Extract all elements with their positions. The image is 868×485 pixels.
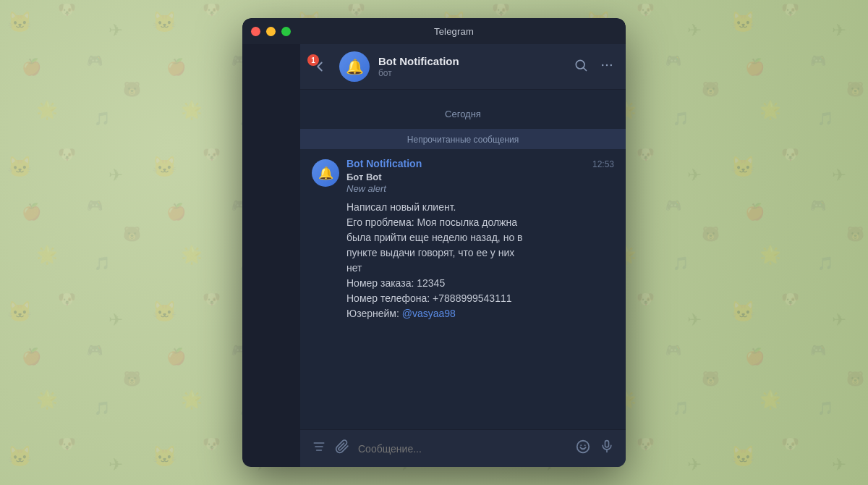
- message-via: Бот Bot: [346, 172, 614, 182]
- maximize-button[interactable]: [281, 27, 291, 36]
- messages-area[interactable]: Сегодня Непрочитанные сообщения 🔔 Bot No…: [300, 90, 626, 429]
- chat-area: 1 🔔 Bot Notification бот: [300, 44, 626, 467]
- unread-separator: Непрочитанные сообщения: [300, 129, 626, 149]
- message-item: 🔔 Bot Notification 12:53 Бот Bot New ale…: [300, 152, 626, 327]
- date-separator: Сегодня: [300, 107, 626, 120]
- svg-point-2: [606, 64, 608, 66]
- body-line3: была прийти еще неделю назад, но в: [346, 232, 523, 243]
- more-icon[interactable]: [600, 58, 614, 76]
- svg-rect-10: [605, 441, 609, 447]
- body-line7: Номер телефона: +7888999543111: [346, 292, 512, 304]
- message-subtitle: New alert: [346, 183, 614, 194]
- body-line1: Написал новый клиент.: [346, 201, 456, 213]
- search-icon[interactable]: [574, 58, 588, 76]
- svg-point-9: [584, 444, 586, 446]
- body-line5: нет: [346, 262, 362, 274]
- svg-point-1: [602, 64, 604, 66]
- emoji-icon[interactable]: [575, 439, 591, 458]
- body-line8-prefix: Юзернейм:: [346, 308, 402, 319]
- filter-icon[interactable]: [312, 439, 326, 457]
- app-window: Telegram 1 🔔 Bot Notification б: [242, 18, 626, 467]
- username-link[interactable]: @vasyaa98: [402, 308, 456, 319]
- titlebar: Telegram: [242, 18, 626, 44]
- message-time: 12:53: [592, 159, 614, 169]
- close-button[interactable]: [251, 27, 260, 36]
- bell-icon: 🔔: [346, 58, 364, 75]
- minimize-button[interactable]: [266, 27, 276, 36]
- message-body: Написал новый клиент. Его проблема: Моя …: [346, 200, 614, 321]
- chat-name: Bot Notification: [378, 55, 565, 67]
- bell-icon-msg: 🔔: [318, 166, 333, 181]
- input-right-icons: [575, 439, 614, 458]
- window-title: Telegram: [291, 26, 617, 37]
- message-avatar: 🔔: [312, 159, 339, 187]
- sidebar: [242, 44, 300, 467]
- date-label: Сегодня: [436, 106, 490, 122]
- message-header: Bot Notification 12:53: [346, 158, 614, 169]
- window-controls: [251, 27, 291, 36]
- svg-point-8: [580, 444, 582, 446]
- body-line4: пункте выдачи говорят, что ее у них: [346, 247, 514, 258]
- attach-icon[interactable]: [335, 439, 349, 457]
- chat-header: 1 🔔 Bot Notification бот: [300, 44, 626, 90]
- chat-info: Bot Notification бот: [378, 55, 565, 78]
- message-content: Bot Notification 12:53 Бот Bot New alert…: [346, 158, 614, 321]
- message-input[interactable]: [358, 440, 566, 457]
- message-sender: Bot Notification: [346, 158, 422, 169]
- chat-status: бот: [378, 68, 565, 78]
- header-actions: [574, 58, 614, 76]
- voice-icon[interactable]: [600, 439, 614, 458]
- body-line6: Номер заказа: 12345: [346, 277, 445, 289]
- chat-avatar: 🔔: [339, 51, 370, 82]
- body-line2: Его проблема: Моя посылка должна: [346, 216, 517, 228]
- app-body: 1 🔔 Bot Notification бот: [242, 44, 626, 467]
- svg-point-3: [610, 64, 613, 66]
- svg-point-7: [577, 441, 590, 453]
- unread-label: Непрочитанные сообщения: [407, 135, 519, 145]
- input-area: [300, 429, 626, 467]
- unread-badge: 1: [307, 54, 319, 66]
- back-button[interactable]: 1: [312, 59, 328, 75]
